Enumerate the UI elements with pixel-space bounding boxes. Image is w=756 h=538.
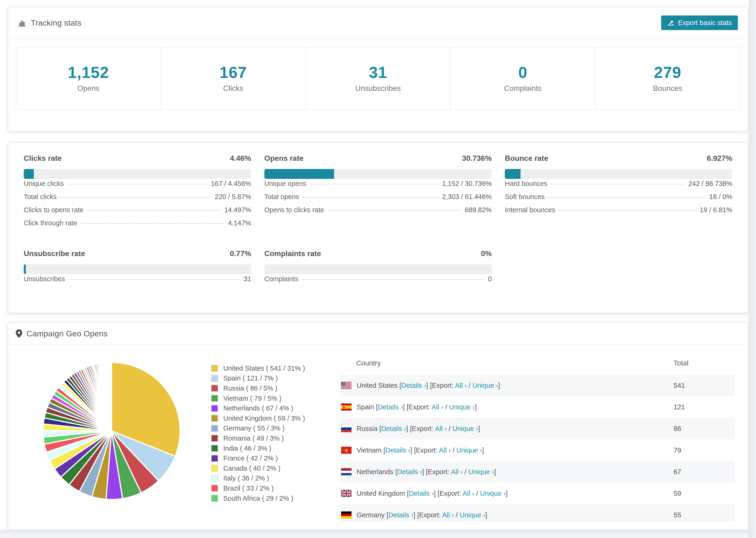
bracket: [ xyxy=(383,447,385,454)
rate-section-complaints-rate: Complaints rate0%Complaints0 xyxy=(264,249,492,288)
pie-legend: United States ( 541 / 31% )Spain ( 121 /… xyxy=(211,363,337,503)
legend-swatch xyxy=(211,435,218,442)
detail-value: 19 / 6.81% xyxy=(696,206,732,214)
rate-value: 4.46% xyxy=(230,154,251,163)
legend-label: United Kingdom ( 59 / 3% ) xyxy=(223,414,305,422)
details-link-germany[interactable]: Details › xyxy=(388,511,413,519)
stat-cell-bounces: 279Bounces xyxy=(595,47,740,109)
detail-row: Clicks to opens rate14.497% xyxy=(24,206,251,219)
bracket: ] xyxy=(422,468,426,476)
detail-row: Complaints0 xyxy=(264,275,492,288)
country-cell: United Kingdom [Details ›] [Export: All … xyxy=(357,490,674,497)
legend-label: Brazil ( 33 / 2% ) xyxy=(223,484,274,492)
link-separator: / xyxy=(462,468,468,476)
stat-value: 0 xyxy=(518,64,527,81)
bracket: ] xyxy=(478,425,480,432)
details-link-united-states[interactable]: Details › xyxy=(401,382,426,389)
dotted-leader xyxy=(87,210,220,211)
export-all-link-vietnam[interactable]: All › xyxy=(439,447,451,454)
rate-title: Opens rate xyxy=(264,154,303,163)
detail-label: Unique opens xyxy=(264,180,310,188)
dotted-leader xyxy=(60,197,211,198)
legend-item-romania: Romania ( 49 / 3% ) xyxy=(211,433,337,443)
stat-label: Opens xyxy=(77,84,99,93)
detail-value: 4.147% xyxy=(224,219,251,227)
export-prefix: [Export: xyxy=(438,490,462,497)
dotted-leader xyxy=(69,279,240,280)
legend-label: Canada ( 40 / 2% ) xyxy=(223,464,280,472)
detail-row: Click through rate4.147% xyxy=(24,219,251,232)
dotted-leader xyxy=(302,279,484,280)
legend-swatch xyxy=(211,405,218,412)
pie-slice-other[interactable] xyxy=(111,362,112,431)
export-unique-link-russia[interactable]: Unique › xyxy=(453,425,478,432)
export-unique-link-netherlands[interactable]: Unique › xyxy=(468,468,494,476)
detail-label: Soft bounces xyxy=(505,193,548,201)
rate-head: Bounce rate6.927% xyxy=(505,154,732,164)
legend-label: South Africa ( 29 / 2% ) xyxy=(223,495,293,502)
export-unique-link-vietnam[interactable]: Unique › xyxy=(457,447,482,454)
legend-label: Vietnam ( 79 / 5% ) xyxy=(223,395,282,402)
legend-swatch xyxy=(211,365,218,372)
details-link-vietnam[interactable]: Details › xyxy=(385,447,410,454)
bracket: ] xyxy=(485,511,487,519)
geo-card-header: Campaign Geo Opens xyxy=(8,323,748,345)
export-all-link-united-states[interactable]: All › xyxy=(455,382,467,389)
legend-swatch xyxy=(211,385,218,392)
legend-label: United States ( 541 / 31% ) xyxy=(223,364,305,372)
export-all-link-russia[interactable]: All › xyxy=(435,425,447,432)
rate-value: 0.77% xyxy=(230,249,251,258)
legend-item-germany: Germany ( 55 / 3% ) xyxy=(211,423,337,434)
geo-table-row-russia: Russia [Details ›] [Export: All › / Uniq… xyxy=(341,418,735,439)
detail-value: 1,152 / 30.736% xyxy=(438,180,492,188)
country-cell: Vietnam [Details ›] [Export: All › / Uni… xyxy=(357,447,674,454)
export-all-link-netherlands[interactable]: All › xyxy=(451,468,462,476)
legend-label: France ( 42 / 2% ) xyxy=(223,455,278,462)
geo-table-wrap: Country Total United States [Details ›] … xyxy=(341,345,735,521)
progress-bar-clicks-rate xyxy=(24,169,251,179)
bracket: ] xyxy=(410,447,414,454)
total-cell: 86 xyxy=(674,425,735,433)
geo-table-header: Country Total xyxy=(341,345,735,375)
legend-label: Russia ( 86 / 5% ) xyxy=(223,385,277,392)
export-basic-stats-button[interactable]: Export basic stats xyxy=(661,16,738,30)
spain-flag-icon xyxy=(341,404,357,410)
rate-section-bounce-rate: Bounce rate6.927%Hard bounces242 / 86.73… xyxy=(505,154,732,232)
bracket: ] xyxy=(426,382,430,389)
country-name: Vietnam xyxy=(357,447,383,454)
geo-pie-chart[interactable] xyxy=(41,360,182,501)
export-unique-link-spain[interactable]: Unique › xyxy=(449,403,475,411)
export-unique-link-united-states[interactable]: Unique › xyxy=(472,382,498,389)
export-all-link-spain[interactable]: All › xyxy=(432,403,443,411)
stat-value: 279 xyxy=(654,64,681,81)
export-unique-link-germany[interactable]: Unique › xyxy=(459,511,485,519)
page-right-margin xyxy=(748,0,756,538)
details-link-netherlands[interactable]: Details › xyxy=(397,468,422,476)
detail-label: Hard bounces xyxy=(505,180,551,188)
legend-swatch xyxy=(211,495,218,502)
total-cell: 55 xyxy=(674,511,735,519)
export-prefix: [Export: xyxy=(417,511,442,519)
details-link-russia[interactable]: Details › xyxy=(381,425,406,432)
export-all-link-united-kingdom[interactable]: All › xyxy=(462,490,474,497)
detail-row: Total opens2,303 / 61.446% xyxy=(264,193,492,206)
details-link-spain[interactable]: Details › xyxy=(378,403,403,411)
bar-chart-icon xyxy=(18,19,26,27)
detail-row: Total clicks220 / 5.87% xyxy=(24,193,251,206)
bracket: [ xyxy=(379,425,381,432)
geo-table-row-netherlands: Netherlands [Details ›] [Export: All › /… xyxy=(341,461,735,483)
rates-card: Clicks rate4.46%Unique clicks167 / 4.456… xyxy=(8,142,748,313)
progress-bar-opens-rate xyxy=(264,169,492,179)
details-link-united-kingdom[interactable]: Details › xyxy=(409,490,434,497)
legend-item-united-kingdom: United Kingdom ( 59 / 3% ) xyxy=(211,413,337,423)
total-cell: 59 xyxy=(674,490,735,497)
link-separator: / xyxy=(474,490,480,497)
export-all-link-germany[interactable]: All › xyxy=(442,511,454,519)
legend-label: Spain ( 121 / 7% ) xyxy=(223,374,278,382)
export-unique-link-united-kingdom[interactable]: Unique › xyxy=(480,490,506,497)
detail-label: Internal bounces xyxy=(505,206,559,214)
detail-value: 220 / 5.87% xyxy=(211,193,251,201)
country-name: Netherlands xyxy=(357,468,395,476)
legend-swatch xyxy=(211,415,218,422)
rate-detail-rows: Unique clicks167 / 4.456%Total clicks220… xyxy=(24,180,251,232)
